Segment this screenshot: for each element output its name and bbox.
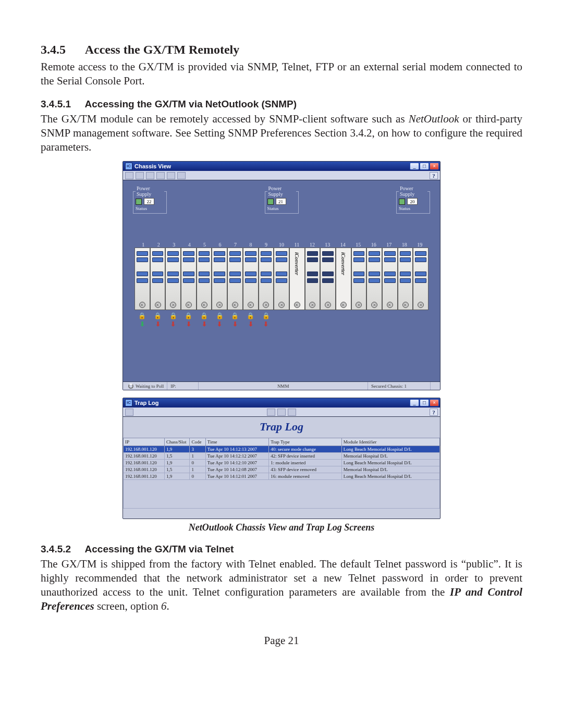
port-icon (369, 278, 380, 283)
chassis-slot[interactable]: ✕ (398, 248, 413, 310)
toolbar-icon[interactable] (125, 409, 133, 416)
chassis-slot[interactable]: ✕ (366, 248, 382, 310)
table-row[interactable]: 192.168.001.1201,51Tue Apr 10 14:12:12 2… (124, 453, 440, 460)
port-icon (214, 278, 225, 283)
resize-grip-icon[interactable] (431, 382, 438, 390)
ps-id: 22 (144, 198, 154, 205)
chassis-slot[interactable]: ✕ (305, 248, 321, 310)
ps-id: 20 (407, 198, 418, 205)
maximize-button[interactable]: □ (420, 163, 429, 170)
port-icon (167, 278, 179, 283)
port-icon (137, 278, 148, 283)
chassis-slot[interactable]: ✕ (274, 248, 289, 310)
port-icon (400, 257, 411, 262)
toolbar-icon[interactable] (156, 172, 165, 179)
close-button[interactable]: × (430, 163, 439, 170)
chassis-slot[interactable]: ✕ (227, 248, 243, 310)
port-icon (214, 251, 225, 256)
chassis-slot[interactable]: ✕ (197, 248, 212, 310)
down-arrow-icon: ⬇ (181, 320, 197, 328)
toolbar-icon[interactable] (146, 172, 154, 179)
help-button[interactable]: ? (430, 172, 438, 179)
arrow-placeholder (336, 320, 351, 328)
minimize-button[interactable]: _ (410, 399, 419, 406)
chassis-slot[interactable]: iConverter✕ (289, 248, 305, 310)
trap-cell: 192.168.001.120 (124, 446, 165, 453)
chassis-slot[interactable]: iConverter✕ (336, 248, 351, 310)
toolbar-icon[interactable] (277, 409, 286, 416)
chassis-slot[interactable]: ✕ (351, 248, 367, 310)
chassis-slot[interactable]: ✕ (165, 248, 181, 310)
table-row[interactable]: 192.168.001.1201,51Tue Apr 10 14:12:08 2… (124, 466, 440, 473)
port-icon (152, 272, 164, 276)
lock-icon-row: 🔒🔒🔒🔒🔒🔒🔒🔒🔒 (128, 310, 435, 319)
port-icon (199, 272, 210, 276)
port-icon (322, 272, 334, 276)
chassis-slot[interactable]: ✕ (212, 248, 227, 310)
trap-col-header[interactable]: Code (190, 438, 205, 446)
trap-cell: 3 (190, 446, 205, 453)
table-row[interactable]: 192.168.001.1201,90Tue Apr 10 14:12:10 2… (124, 460, 440, 466)
iconverter-label: iConverter (294, 252, 300, 275)
port-icon (276, 278, 287, 283)
toolbar-icon[interactable] (288, 409, 296, 416)
chassis-titlebar[interactable]: iC Chassis View _ □ × (123, 162, 440, 171)
toolbar-icon[interactable] (136, 172, 144, 179)
screw-icon: ✕ (263, 302, 269, 308)
chassis-slot[interactable]: ✕ (413, 248, 429, 310)
port-icon (229, 251, 241, 256)
table-row[interactable]: 192.168.001.1201,90Tue Apr 10 14:12:01 2… (124, 473, 440, 480)
trap-titlebar[interactable]: iC Trap Log _ □ × (123, 398, 440, 408)
port-icon (384, 272, 396, 276)
trap-cell: Tue Apr 10 14:12:08 2007 (205, 466, 268, 473)
trap-cell: 192.168.001.120 (124, 453, 165, 460)
trap-col-header[interactable]: Time (205, 438, 268, 446)
trap-col-header[interactable]: IP (124, 438, 165, 446)
port-icon (353, 251, 365, 256)
slot-number: 19 (412, 242, 427, 248)
help-button[interactable]: ? (430, 409, 438, 416)
trap-col-header[interactable]: Chass/Slot (164, 438, 190, 446)
trap-cell: 1 (190, 466, 205, 473)
chassis-slot[interactable]: ✕ (382, 248, 398, 310)
section-number: 3.4.5 (41, 43, 82, 57)
maximize-button[interactable]: □ (420, 399, 429, 406)
toolbar-icon[interactable] (267, 409, 275, 416)
table-row[interactable]: 192.168.001.1201,93Tue Apr 10 14:12:13 2… (124, 446, 440, 453)
ps-led-icon (399, 199, 405, 205)
chassis-slot[interactable]: ✕ (243, 248, 259, 310)
section-intro-paragraph: Remote access to the GX/TM is provided v… (41, 60, 522, 88)
screw-icon: ✕ (294, 302, 300, 308)
port-icon (322, 257, 334, 262)
trap-col-header[interactable]: Module Identifier (341, 438, 439, 446)
toolbar-icon[interactable] (125, 172, 133, 179)
port-icon (261, 278, 272, 283)
slot-number: 1 (136, 242, 151, 248)
screw-icon: ✕ (201, 302, 207, 308)
trap-log-window: iC Trap Log _ □ × ? Trap Log IPChass/Slo… (123, 398, 440, 519)
figure-caption: NetOutlook Chassis View and Trap Log Scr… (41, 522, 522, 533)
screw-icon: ✕ (216, 302, 223, 308)
lock-icon (289, 312, 305, 319)
toolbar-icon[interactable] (177, 172, 186, 179)
arrow-placeholder (366, 320, 382, 328)
toolbar-icon[interactable] (167, 172, 175, 179)
chassis-slot[interactable]: ✕ (134, 248, 150, 310)
minimize-button[interactable]: _ (410, 163, 419, 170)
port-icon (229, 257, 241, 262)
close-button[interactable]: × (430, 399, 439, 406)
down-arrow-icon: ⬇ (150, 320, 166, 328)
slot-number: 16 (366, 242, 381, 248)
trap-toolbar: ? (123, 408, 440, 417)
chassis-slot[interactable]: ✕ (320, 248, 336, 310)
port-icon (152, 257, 164, 262)
slot-number: 5 (197, 242, 212, 248)
chassis-slot[interactable]: ✕ (259, 248, 274, 310)
chassis-slot[interactable]: ✕ (150, 248, 166, 310)
trap-cell: 0 (190, 460, 205, 466)
trap-col-header[interactable]: Trap Type (269, 438, 342, 446)
trap-cell: Memorial Hospital D/L (341, 453, 439, 460)
port-icon (183, 272, 194, 276)
chassis-slot[interactable]: ✕ (181, 248, 197, 310)
spinner-icon (128, 384, 133, 389)
